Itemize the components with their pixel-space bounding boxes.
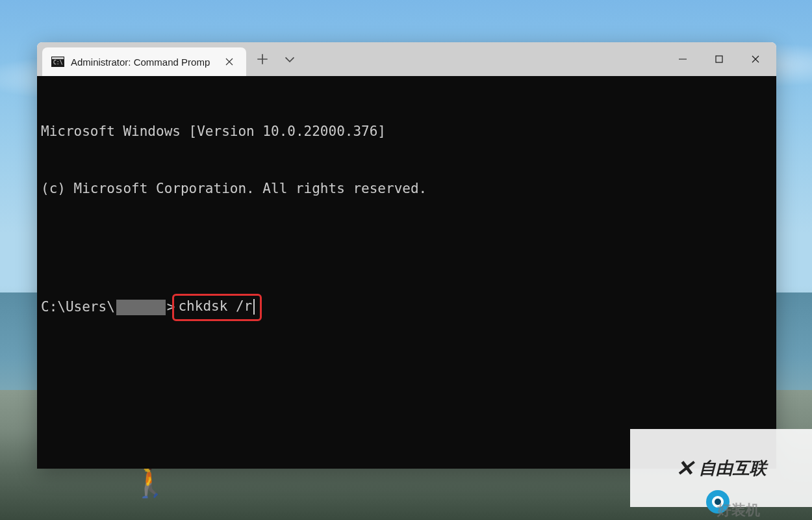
maximize-icon bbox=[715, 55, 724, 64]
prompt-prefix: C:\Users\ bbox=[41, 298, 115, 317]
svg-text:C:\: C:\ bbox=[53, 60, 63, 66]
tabs-area: C:\ Administrator: Command Promp bbox=[37, 42, 296, 76]
terminal-prompt-line: C:\Users\>chkdsk /r bbox=[41, 294, 772, 320]
watermark-logo-icon: ✕ bbox=[676, 455, 694, 481]
svg-rect-3 bbox=[716, 56, 722, 62]
window-controls bbox=[665, 42, 774, 76]
tab-close-button[interactable] bbox=[220, 53, 238, 71]
terminal-window: C:\ Administrator: Command Promp bbox=[37, 42, 776, 469]
tab-title: Administrator: Command Promp bbox=[71, 57, 210, 68]
tab-actions bbox=[246, 42, 296, 76]
minimize-icon bbox=[678, 55, 687, 64]
close-icon bbox=[751, 55, 760, 64]
minimize-button[interactable] bbox=[665, 42, 701, 76]
terminal-line-copyright: (c) Microsoft Corporation. All rights re… bbox=[41, 179, 772, 198]
plus-icon bbox=[257, 53, 268, 65]
new-tab-button[interactable] bbox=[257, 53, 268, 65]
watermark-secondary: 好装机 bbox=[717, 500, 760, 520]
window-titlebar[interactable]: C:\ Administrator: Command Promp bbox=[37, 42, 776, 76]
terminal-output[interactable]: Microsoft Windows [Version 10.0.22000.37… bbox=[37, 76, 776, 469]
svg-rect-1 bbox=[52, 57, 64, 59]
redacted-username bbox=[116, 300, 166, 315]
terminal-blank-line bbox=[41, 237, 772, 255]
close-tab-icon bbox=[225, 58, 233, 66]
close-button[interactable] bbox=[737, 42, 774, 76]
tab-command-prompt[interactable]: C:\ Administrator: Command Promp bbox=[42, 47, 246, 76]
cmd-icon: C:\ bbox=[51, 57, 64, 67]
text-cursor bbox=[253, 299, 255, 315]
watermark-text: 自由互联 bbox=[699, 457, 767, 480]
desktop-background-figure: 🚶 bbox=[130, 462, 182, 520]
command-highlight: chkdsk /r bbox=[172, 294, 262, 320]
typed-command: chkdsk /r bbox=[178, 298, 252, 314]
chevron-down-icon bbox=[284, 53, 296, 65]
tab-dropdown-button[interactable] bbox=[284, 53, 296, 65]
terminal-line-version: Microsoft Windows [Version 10.0.22000.37… bbox=[41, 122, 772, 141]
maximize-button[interactable] bbox=[701, 42, 737, 76]
